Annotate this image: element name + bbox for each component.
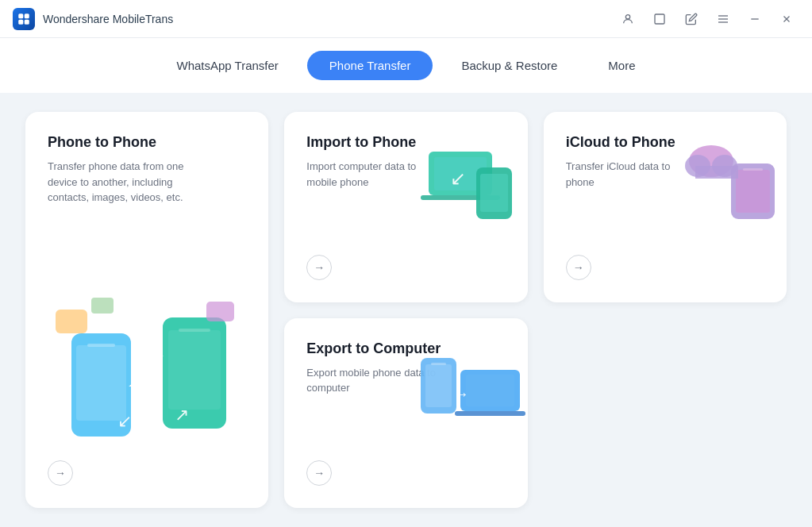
svg-rect-30 <box>736 170 770 213</box>
menu-button[interactable] <box>710 6 736 32</box>
app-icon <box>13 8 35 30</box>
window-button[interactable] <box>647 6 672 32</box>
svg-rect-2 <box>18 19 23 24</box>
card-phone-to-phone-arrow[interactable]: → <box>48 460 73 486</box>
card-phone-to-phone-title: Phone to Phone <box>48 134 246 151</box>
card-import-arrow[interactable]: → <box>306 255 332 280</box>
edit-button[interactable] <box>679 6 704 32</box>
card-icloud-to-phone[interactable]: iCloud to Phone Transfer iCloud data to … <box>544 112 787 302</box>
svg-rect-19 <box>206 302 234 321</box>
svg-rect-13 <box>76 345 126 421</box>
svg-rect-14 <box>87 344 115 347</box>
svg-text:→: → <box>453 385 469 402</box>
nav-bar: WhatsApp Transfer Phone Transfer Backup … <box>0 38 812 93</box>
user-button[interactable] <box>615 6 641 32</box>
svg-text:↓: ↓ <box>707 177 714 193</box>
svg-text:↙: ↙ <box>117 411 132 431</box>
card-phone-to-phone-desc: Transfer phone data from one device to a… <box>48 159 206 206</box>
svg-rect-27 <box>480 174 508 212</box>
svg-text:↙: ↙ <box>450 167 466 189</box>
svg-rect-42 <box>455 411 525 416</box>
title-bar-left: Wondershare MobileTrans <box>13 8 173 30</box>
minimize-button[interactable] <box>742 6 768 32</box>
card-icloud-arrow[interactable]: → <box>566 255 591 280</box>
tab-phone[interactable]: Phone Transfer <box>307 51 433 80</box>
svg-rect-17 <box>179 329 210 332</box>
svg-rect-39 <box>431 363 446 365</box>
title-bar: Wondershare MobileTrans <box>0 0 812 38</box>
tab-more[interactable]: More <box>586 51 657 80</box>
card-phone-to-phone[interactable]: Phone to Phone Transfer phone data from … <box>25 112 268 508</box>
card-export-to-computer[interactable]: Export to Computer Export mobile phone d… <box>284 318 527 509</box>
svg-text:↗: ↗ <box>175 405 189 425</box>
svg-rect-1 <box>25 13 29 18</box>
close-button[interactable] <box>774 6 799 32</box>
svg-rect-35 <box>695 166 738 179</box>
tab-backup[interactable]: Backup & Restore <box>439 51 579 80</box>
svg-rect-20 <box>91 298 114 314</box>
svg-rect-16 <box>168 330 221 410</box>
svg-rect-3 <box>25 19 29 24</box>
tab-whatsapp[interactable]: WhatsApp Transfer <box>154 51 300 80</box>
svg-rect-0 <box>18 13 23 18</box>
svg-rect-31 <box>743 168 763 171</box>
app-title: Wondershare MobileTrans <box>43 13 173 25</box>
svg-point-4 <box>625 14 629 18</box>
card-import-to-phone[interactable]: Import to Phone Import computer data to … <box>284 112 527 302</box>
card-export-arrow[interactable]: → <box>306 460 332 486</box>
svg-rect-5 <box>655 14 664 24</box>
title-bar-right <box>615 6 799 32</box>
main-content: Phone to Phone Transfer phone data from … <box>0 93 812 527</box>
svg-rect-38 <box>425 364 452 407</box>
svg-rect-41 <box>466 375 514 406</box>
cards-grid: Phone to Phone Transfer phone data from … <box>25 112 787 508</box>
svg-rect-18 <box>56 310 87 333</box>
card-icloud-desc: Transfer iCloud data to phone <box>566 159 693 190</box>
